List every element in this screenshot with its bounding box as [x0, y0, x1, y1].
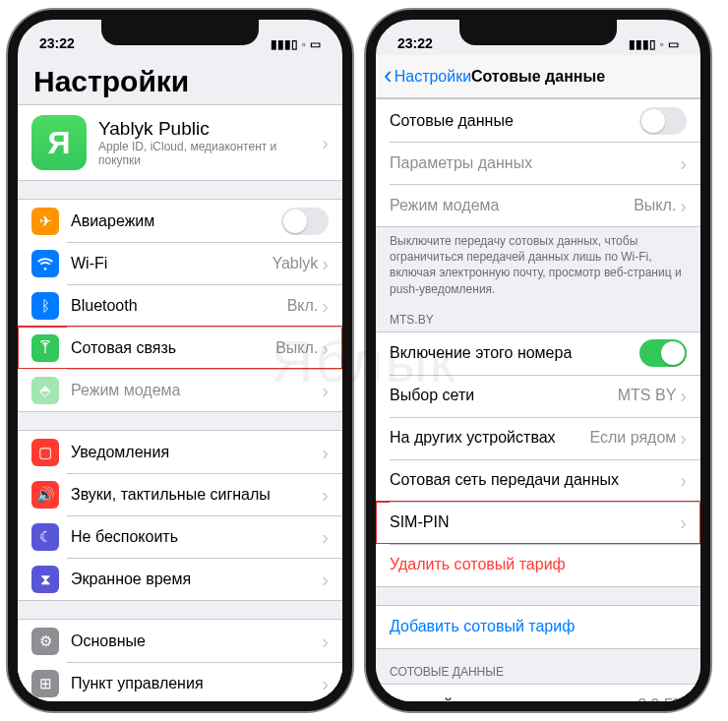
apple-id-name: Yablyk Public [98, 118, 322, 140]
bluetooth-row[interactable]: ᛒ Bluetooth Вкл. › [18, 284, 342, 327]
dnd-label: Не беспокоить [71, 528, 322, 546]
screentime-icon: ⧗ [31, 566, 59, 593]
settings-list: Я Yablyk Public Apple ID, iCloud, медиак… [18, 104, 342, 711]
group-footer: Выключите передачу сотовых данных, чтобы… [376, 227, 700, 297]
period-row[interactable]: Текущий период 2,9 ГБ [376, 685, 700, 711]
network-select-label: Выбор сети [390, 387, 618, 404]
cellular-row[interactable]: Сотовая связь Выкл. › [18, 327, 342, 369]
notifications-icon: ▢ [31, 439, 59, 466]
remove-plan-label: Удалить сотовый тариф [390, 556, 687, 573]
other-devices-value: Если рядом [590, 429, 677, 447]
notifications-row[interactable]: ▢ Уведомления › [18, 431, 342, 473]
network-select-row[interactable]: Выбор сети MTS BY › [376, 375, 700, 417]
chevron-right-icon: › [322, 631, 329, 651]
display-row[interactable]: AA Экран и яркость › [18, 704, 342, 711]
chevron-right-icon: › [680, 512, 687, 532]
chevron-right-icon: › [680, 428, 687, 448]
other-devices-row[interactable]: На других устройствах Если рядом › [376, 417, 700, 459]
signal-icon: ▮▮▮▯ [271, 37, 298, 51]
cellular-data-row[interactable]: Сотовые данные [376, 99, 700, 142]
notch [101, 20, 259, 45]
data-options-label: Параметры данных [390, 154, 680, 172]
chevron-right-icon: › [322, 133, 329, 152]
notch [459, 20, 617, 45]
nav-title: Сотовые данные [471, 68, 605, 86]
chevron-right-icon: › [680, 470, 687, 490]
back-button[interactable]: Настройки [384, 65, 471, 88]
enable-number-label: Включение этого номера [390, 344, 639, 362]
wifi-row[interactable]: Wi-Fi Yablyk › [18, 242, 342, 284]
chevron-right-icon: › [322, 527, 329, 547]
airplane-row[interactable]: ✈ Авиарежим [18, 200, 342, 242]
bluetooth-value: Вкл. [287, 297, 319, 315]
avatar: Я [31, 115, 87, 170]
chevron-right-icon: › [680, 196, 687, 215]
dnd-icon: ☾ [31, 523, 59, 551]
chevron-right-icon: › [322, 254, 329, 273]
chevron-right-icon: › [322, 485, 329, 505]
enable-number-toggle[interactable] [639, 339, 687, 367]
bluetooth-label: Bluetooth [71, 297, 287, 315]
airplane-icon: ✈ [31, 208, 59, 235]
wifi-label: Wi-Fi [71, 255, 272, 272]
back-label: Настройки [394, 68, 471, 86]
control-center-row[interactable]: ⊞ Пункт управления › [18, 662, 342, 704]
chevron-right-icon: › [322, 674, 329, 693]
general-row[interactable]: ⚙ Основные › [18, 620, 342, 662]
control-center-icon: ⊞ [31, 670, 59, 697]
add-plan-label: Добавить сотовый тариф [390, 618, 687, 635]
chevron-right-icon: › [680, 153, 687, 173]
hotspot-label: Режим модема [390, 197, 634, 214]
period-value: 2,9 ГБ [637, 696, 683, 711]
hotspot-value: Выкл. [634, 197, 676, 214]
add-plan-row[interactable]: Добавить сотовый тариф [376, 606, 700, 648]
other-devices-label: На других устройствах [390, 429, 590, 447]
group-header: MTS.BY [376, 297, 700, 331]
hotspot-label: Режим модема [71, 382, 322, 399]
sim-pin-label: SIM-PIN [390, 513, 680, 531]
svg-point-0 [44, 344, 47, 347]
hotspot-row[interactable]: ⬘ Режим модема › [18, 369, 342, 411]
chevron-right-icon: › [680, 386, 687, 405]
group-header: СОТОВЫЕ ДАННЫЕ [376, 649, 700, 684]
status-time: 23:22 [39, 35, 75, 51]
screentime-row[interactable]: ⧗ Экранное время › [18, 558, 342, 600]
cellular-icon [31, 334, 59, 362]
chevron-right-icon: › [322, 338, 329, 358]
hotspot-icon: ⬘ [31, 377, 59, 404]
data-options-row[interactable]: Параметры данных › [376, 142, 700, 184]
sounds-icon: 🔊 [31, 481, 59, 509]
cellular-data-toggle[interactable] [639, 107, 687, 135]
status-time: 23:22 [397, 35, 433, 51]
page-title: Настройки [18, 55, 342, 104]
screentime-label: Экранное время [71, 571, 322, 588]
battery-icon: ▭ [668, 37, 679, 51]
apple-id-row[interactable]: Я Yablyk Public Apple ID, iCloud, медиак… [18, 105, 342, 180]
chevron-right-icon: › [322, 570, 329, 589]
cdn-row[interactable]: Сотовая сеть передачи данных › [376, 459, 700, 502]
cellular-value: Выкл. [275, 339, 318, 357]
network-select-value: MTS BY [618, 387, 677, 404]
general-label: Основные [71, 632, 322, 650]
hotspot-row[interactable]: Режим модема Выкл. › [376, 184, 700, 226]
period-label: Текущий период [390, 696, 637, 711]
apple-id-sub: Apple ID, iCloud, медиаконтент и покупки [98, 140, 322, 167]
phone-right-cellular: 23:22 ▮▮▮▯ ◦ ▭ Настройки Сотовые данные … [366, 10, 710, 711]
remove-plan-row[interactable]: Удалить сотовый тариф [376, 544, 700, 586]
sim-pin-row[interactable]: SIM-PIN › [376, 502, 700, 544]
bluetooth-icon: ᛒ [31, 292, 59, 320]
sounds-label: Звуки, тактильные сигналы [71, 486, 322, 504]
notifications-label: Уведомления [71, 444, 322, 461]
cellular-list: Сотовые данные Параметры данных › Режим … [376, 98, 700, 711]
chevron-right-icon: › [322, 381, 329, 400]
sounds-row[interactable]: 🔊 Звуки, тактильные сигналы › [18, 473, 342, 515]
cellular-label: Сотовая связь [71, 339, 275, 357]
dnd-row[interactable]: ☾ Не беспокоить › [18, 515, 342, 558]
airplane-label: Авиарежим [71, 212, 281, 230]
wifi-value: Yablyk [272, 255, 318, 272]
wifi-icon [31, 250, 59, 277]
wifi-icon: ◦ [660, 37, 664, 51]
enable-number-row[interactable]: Включение этого номера [376, 332, 700, 375]
airplane-toggle[interactable] [281, 208, 329, 235]
chevron-right-icon: › [322, 296, 329, 316]
